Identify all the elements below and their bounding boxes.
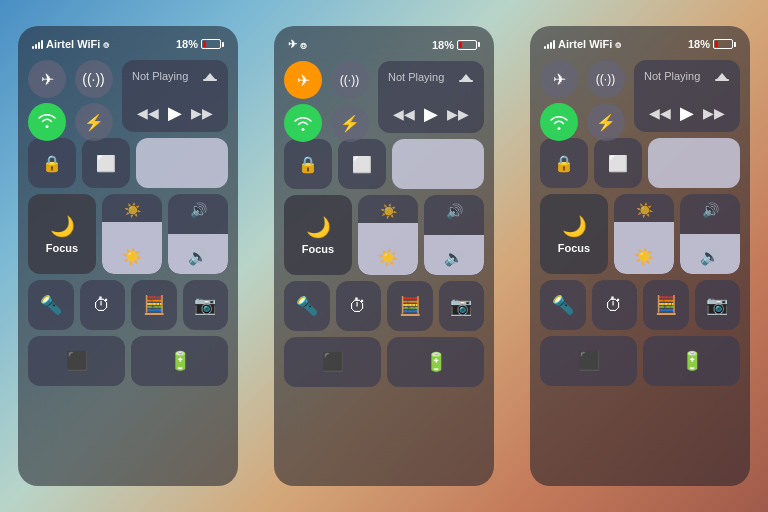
screen-mirror-3[interactable]: ⬜ bbox=[594, 138, 642, 188]
qr-code-button-2[interactable]: ⬛ bbox=[284, 337, 381, 387]
np-top-1: Not Playing bbox=[132, 68, 218, 84]
control-center-panel-3: Airtel WiFi ⌾ 18% ✈ ((·)) bbox=[530, 26, 750, 486]
screen-mirror-icon-2: ⬜ bbox=[352, 155, 372, 174]
flashlight-button-2[interactable]: 🔦 bbox=[284, 281, 330, 331]
volume-slider-2[interactable]: 🔊 🔊 bbox=[424, 195, 484, 275]
np-top-3: Not Playing bbox=[644, 68, 730, 84]
brightness-area-1[interactable] bbox=[136, 138, 228, 188]
play-button-2[interactable]: ▶ bbox=[424, 103, 438, 125]
play-button-3[interactable]: ▶ bbox=[680, 102, 694, 124]
previous-button-1[interactable]: ◀◀ bbox=[137, 105, 159, 121]
calculator-button-2[interactable]: 🧮 bbox=[387, 281, 433, 331]
camera-button-2[interactable]: 📷 bbox=[439, 281, 485, 331]
svg-rect-2 bbox=[715, 79, 729, 81]
next-button-1[interactable]: ▶▶ bbox=[191, 105, 213, 121]
brightness-area-2[interactable] bbox=[392, 139, 484, 189]
cellular-button-2[interactable]: ((·)) bbox=[331, 61, 369, 99]
controls-row2-2: 🔒 ⬜ bbox=[284, 139, 484, 189]
volume-slider-1[interactable]: 🔊 🔊 bbox=[168, 194, 228, 274]
orientation-lock-icon-1: 🔒 bbox=[42, 154, 62, 173]
brightness-area-3[interactable] bbox=[648, 138, 740, 188]
brightness-slider-3[interactable]: ☀️ ☀️ bbox=[614, 194, 674, 274]
battery-widget-button-1[interactable]: 🔋 bbox=[131, 336, 228, 386]
battery-percent-1: 18% bbox=[176, 38, 198, 50]
wifi-button-2[interactable] bbox=[284, 104, 322, 142]
airplay-button-1[interactable] bbox=[202, 68, 218, 84]
airplane-mode-button-3[interactable]: ✈ bbox=[540, 60, 578, 98]
brightness-top-icon-1: ☀️ bbox=[124, 202, 141, 218]
focus-button-2[interactable]: 🌙 Focus bbox=[284, 195, 352, 275]
bluetooth-button-2[interactable]: ⚡ bbox=[331, 104, 369, 142]
timer-button-2[interactable]: ⏱ bbox=[336, 281, 382, 331]
status-bar-2: ✈ ⌾ 18% bbox=[284, 38, 484, 55]
camera-button-1[interactable]: 📷 bbox=[183, 280, 229, 330]
control-center-panel-1: Airtel WiFi ⌾ 18% ✈ ((·)) bbox=[18, 26, 238, 486]
airplane-icon-1: ✈ bbox=[41, 70, 54, 89]
signal-bar bbox=[544, 46, 546, 49]
previous-button-2[interactable]: ◀◀ bbox=[393, 106, 415, 122]
next-button-2[interactable]: ▶▶ bbox=[447, 106, 469, 122]
timer-icon-1: ⏱ bbox=[93, 295, 111, 316]
svg-rect-1 bbox=[459, 80, 473, 82]
calculator-icon-3: 🧮 bbox=[655, 294, 677, 316]
status-right-1: 18% bbox=[176, 38, 224, 50]
orientation-lock-3[interactable]: 🔒 bbox=[540, 138, 588, 188]
battery-widget-button-2[interactable]: 🔋 bbox=[387, 337, 484, 387]
flashlight-button-1[interactable]: 🔦 bbox=[28, 280, 74, 330]
cellular-button-3[interactable]: ((·)) bbox=[587, 60, 625, 98]
np-controls-3: ◀◀ ▶ ▶▶ bbox=[644, 102, 730, 124]
wifi-button-1[interactable] bbox=[28, 103, 66, 141]
wifi-button-3[interactable] bbox=[540, 103, 578, 141]
battery-icon-1 bbox=[201, 39, 224, 49]
qr-code-button-3[interactable]: ⬛ bbox=[540, 336, 637, 386]
timer-button-3[interactable]: ⏱ bbox=[592, 280, 638, 330]
calculator-button-3[interactable]: 🧮 bbox=[643, 280, 689, 330]
volume-slider-3[interactable]: 🔊 🔊 bbox=[680, 194, 740, 274]
brightness-slider-2[interactable]: ☀️ ☀️ bbox=[358, 195, 418, 275]
signal-bars-3 bbox=[544, 39, 555, 49]
timer-icon-2: ⏱ bbox=[349, 296, 367, 317]
moon-icon-3: 🌙 bbox=[562, 214, 587, 238]
battery-widget-button-3[interactable]: 🔋 bbox=[643, 336, 740, 386]
volume-icon-1: 🔊 bbox=[188, 247, 208, 266]
camera-button-3[interactable]: 📷 bbox=[695, 280, 741, 330]
screen-mirror-1[interactable]: ⬜ bbox=[82, 138, 130, 188]
connectivity-grid-2: ✈ ((·)) ⚡ bbox=[284, 61, 372, 133]
airplay-button-2[interactable] bbox=[458, 69, 474, 85]
brightness-slider-1[interactable]: ☀️ ☀️ bbox=[102, 194, 162, 274]
qr-code-button-1[interactable]: ⬛ bbox=[28, 336, 125, 386]
focus-button-1[interactable]: 🌙 Focus bbox=[28, 194, 96, 274]
cellular-button-1[interactable]: ((·)) bbox=[75, 60, 113, 98]
play-button-1[interactable]: ▶ bbox=[168, 102, 182, 124]
orientation-lock-2[interactable]: 🔒 bbox=[284, 139, 332, 189]
controls-row2-3: 🔒 ⬜ bbox=[540, 138, 740, 188]
flashlight-icon-2: 🔦 bbox=[296, 295, 318, 317]
airplane-mode-button-1[interactable]: ✈ bbox=[28, 60, 66, 98]
airplane-mode-button-2[interactable]: ✈ bbox=[284, 61, 322, 99]
svg-rect-0 bbox=[203, 79, 217, 81]
signal-bar bbox=[38, 42, 40, 49]
brightness-icon-2: ☀️ bbox=[378, 248, 398, 267]
orientation-lock-1[interactable]: 🔒 bbox=[28, 138, 76, 188]
airplane-status-icon-2: ✈ bbox=[288, 38, 297, 51]
calculator-button-1[interactable]: 🧮 bbox=[131, 280, 177, 330]
screen-mirror-2[interactable]: ⬜ bbox=[338, 139, 386, 189]
flashlight-icon-1: 🔦 bbox=[40, 294, 62, 316]
focus-button-3[interactable]: 🌙 Focus bbox=[540, 194, 608, 274]
airplay-button-3[interactable] bbox=[714, 68, 730, 84]
controls-row2-1: 🔒 ⬜ bbox=[28, 138, 228, 188]
timer-button-1[interactable]: ⏱ bbox=[80, 280, 126, 330]
camera-icon-1: 📷 bbox=[194, 294, 216, 316]
timer-icon-3: ⏱ bbox=[605, 295, 623, 316]
flashlight-button-3[interactable]: 🔦 bbox=[540, 280, 586, 330]
bluetooth-button-3[interactable]: ⚡ bbox=[587, 103, 625, 141]
bottom-row1-1: 🔦 ⏱ 🧮 📷 bbox=[28, 280, 228, 330]
screen-mirror-icon-3: ⬜ bbox=[608, 154, 628, 173]
previous-button-3[interactable]: ◀◀ bbox=[649, 105, 671, 121]
bluetooth-icon-2: ⚡ bbox=[340, 114, 360, 133]
qr-icon-1: ⬛ bbox=[66, 350, 88, 372]
flashlight-icon-3: 🔦 bbox=[552, 294, 574, 316]
next-button-3[interactable]: ▶▶ bbox=[703, 105, 725, 121]
bluetooth-button-1[interactable]: ⚡ bbox=[75, 103, 113, 141]
battery-icon-3 bbox=[713, 39, 736, 49]
